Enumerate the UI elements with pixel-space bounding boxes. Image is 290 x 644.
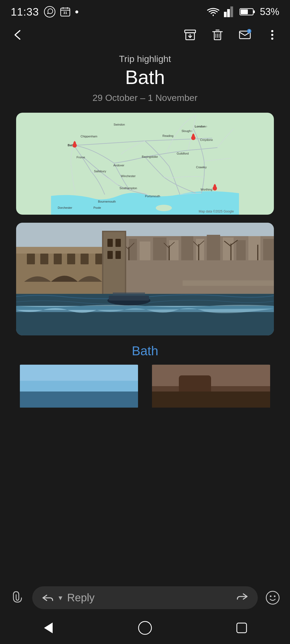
svg-text:31: 31 <box>63 11 67 15</box>
svg-point-111 <box>274 595 276 597</box>
back-button[interactable] <box>11 28 25 42</box>
battery-percent: 53% <box>260 6 279 17</box>
svg-text:Dorchester: Dorchester <box>58 206 72 209</box>
svg-rect-10 <box>253 10 255 13</box>
thumbnails-row <box>16 365 274 408</box>
svg-text:Poole: Poole <box>93 206 101 209</box>
status-bar: 11:33 31 • <box>0 0 290 21</box>
svg-rect-84 <box>40 254 48 264</box>
map-container: Swindon Chippenham Bath Frome Salisbury … <box>16 113 274 215</box>
svg-rect-87 <box>81 254 89 264</box>
reply-text: Reply <box>67 592 231 604</box>
svg-rect-94 <box>115 251 121 259</box>
svg-text:Guildford: Guildford <box>177 152 189 155</box>
svg-point-109 <box>266 591 279 604</box>
svg-rect-104 <box>20 381 138 391</box>
mail-button[interactable]: ! <box>238 28 252 42</box>
svg-rect-92 <box>115 239 121 247</box>
svg-text:Southampton: Southampton <box>119 186 137 190</box>
svg-rect-86 <box>67 254 75 264</box>
signal-icon <box>224 6 235 17</box>
reply-bar: ▾ Reply <box>0 581 290 614</box>
svg-rect-83 <box>27 254 35 264</box>
svg-marker-6 <box>224 12 227 17</box>
svg-point-110 <box>270 595 271 597</box>
reply-dropdown-arrow[interactable]: ▾ <box>59 593 62 602</box>
reply-input-area[interactable]: ▾ Reply <box>32 586 258 609</box>
action-bar-right: ! <box>183 28 279 42</box>
svg-marker-112 <box>44 623 53 633</box>
svg-rect-65 <box>248 236 260 260</box>
whatsapp-icon <box>44 6 56 18</box>
svg-marker-8 <box>230 6 233 17</box>
svg-text:Reading: Reading <box>162 134 173 137</box>
nav-recents-button[interactable] <box>231 617 252 639</box>
svg-rect-11 <box>241 9 248 14</box>
thumbnail-1 <box>16 365 142 408</box>
svg-rect-80 <box>183 280 274 286</box>
svg-point-24 <box>271 30 273 32</box>
svg-text:London○: London○ <box>195 125 207 128</box>
svg-text:Croydono: Croydono <box>200 138 213 141</box>
calendar-icon: 31 <box>59 6 71 18</box>
svg-text:Chippenham: Chippenham <box>81 135 97 138</box>
action-bar: ! <box>0 21 290 48</box>
svg-text:Frome: Frome <box>77 156 85 159</box>
svg-rect-93 <box>107 251 113 259</box>
delete-button[interactable] <box>211 28 224 42</box>
svg-point-25 <box>271 34 273 36</box>
nav-home-button[interactable] <box>134 617 156 639</box>
nav-bar <box>0 614 290 644</box>
email-subject-small: Trip highlight <box>16 54 274 64</box>
svg-rect-114 <box>237 623 247 633</box>
svg-rect-66 <box>263 239 274 260</box>
email-date: 29 October – 1 November <box>16 93 274 103</box>
bath-photo-svg <box>16 223 274 335</box>
svg-rect-85 <box>54 254 62 264</box>
status-left: 11:33 31 • <box>11 6 79 18</box>
attach-button[interactable] <box>8 588 27 607</box>
svg-point-113 <box>139 621 151 634</box>
reply-back-icon[interactable] <box>42 593 54 603</box>
status-time: 11:33 <box>11 6 39 18</box>
svg-rect-108 <box>152 391 270 408</box>
email-content: Trip highlight Bath 29 October – 1 Novem… <box>0 48 290 408</box>
status-icons: 31 • <box>44 6 79 18</box>
svg-text:Winchester: Winchester <box>121 174 136 178</box>
svg-rect-100 <box>113 292 145 296</box>
svg-rect-91 <box>107 239 113 247</box>
svg-text:Salisbury: Salisbury <box>94 170 106 173</box>
svg-point-0 <box>44 6 55 17</box>
thumbnail-2 <box>148 365 274 408</box>
svg-point-26 <box>271 38 273 40</box>
svg-rect-99 <box>109 296 149 301</box>
svg-point-28 <box>156 205 172 211</box>
reply-forward-icon[interactable] <box>236 592 248 604</box>
notification-dot: • <box>75 6 79 18</box>
svg-rect-64 <box>236 240 246 260</box>
status-right: 53% <box>207 6 279 17</box>
svg-text:Slough○: Slough○ <box>182 129 193 133</box>
svg-rect-56 <box>129 239 137 260</box>
svg-text:Portsmouth: Portsmouth <box>145 195 160 198</box>
svg-marker-7 <box>227 9 230 17</box>
svg-text:Bournemouth: Bournemouth <box>98 200 116 203</box>
svg-text:Map data ©2025 Google: Map data ©2025 Google <box>199 210 234 213</box>
svg-rect-59 <box>169 240 179 260</box>
archive-button[interactable] <box>183 28 197 42</box>
svg-text:Andover: Andover <box>113 164 124 167</box>
email-subject-large: Bath <box>16 66 274 88</box>
wifi-icon <box>207 6 220 17</box>
svg-text:Swindon: Swindon <box>114 123 125 126</box>
battery-icon <box>240 8 256 16</box>
more-button[interactable] <box>265 28 279 42</box>
svg-rect-57 <box>140 241 150 260</box>
svg-text:!: ! <box>249 30 250 33</box>
svg-text:Worthing: Worthing <box>201 188 212 191</box>
svg-text:Crawley: Crawley <box>196 166 207 169</box>
svg-rect-60 <box>181 236 193 260</box>
bath-photo <box>16 223 274 335</box>
svg-rect-58 <box>153 237 166 260</box>
nav-back-button[interactable] <box>38 617 59 639</box>
emoji-button[interactable] <box>263 588 282 607</box>
